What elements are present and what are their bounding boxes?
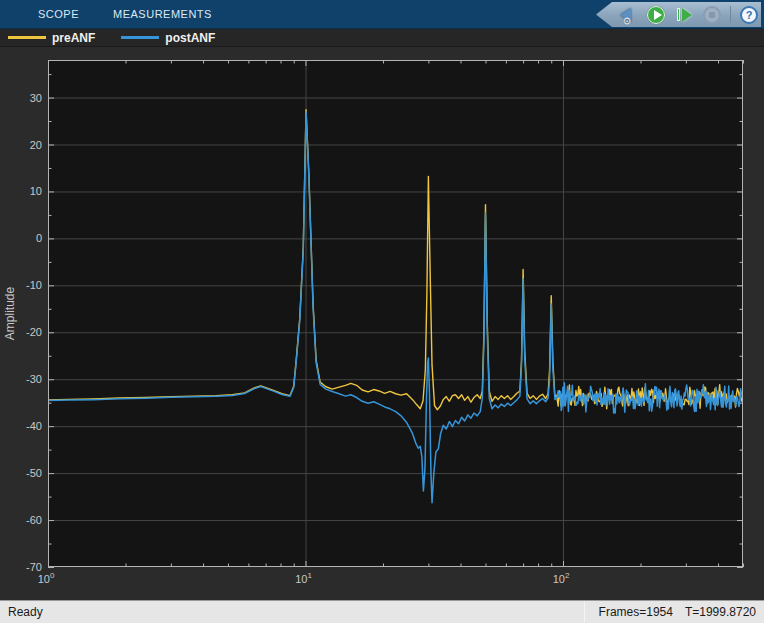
status-message: Ready	[0, 605, 584, 619]
legend-item-preANF[interactable]: preANF	[8, 31, 95, 45]
status-separator	[584, 601, 585, 623]
step-back-icon: ⚙	[619, 7, 637, 23]
frames-count: Frames=1954	[599, 605, 673, 619]
plot-region: 3020100-10-20-30-40-50-60-70100101102Amp…	[0, 47, 764, 600]
svg-text:-20: -20	[26, 326, 42, 338]
legend-item-postANF[interactable]: postANF	[121, 31, 215, 45]
svg-text:-10: -10	[26, 279, 42, 291]
stop-button[interactable]	[702, 5, 722, 25]
simulation-toolbar: ⚙ ?	[596, 2, 761, 27]
svg-text:102: 102	[553, 571, 570, 585]
y-axis-label: Amplitude	[3, 287, 17, 341]
help-icon: ?	[740, 6, 758, 24]
gear-icon: ⚙	[622, 16, 632, 27]
svg-text:100: 100	[38, 571, 55, 585]
svg-text:10: 10	[30, 185, 42, 197]
plot-canvas: 3020100-10-20-30-40-50-60-70100101102Amp…	[0, 47, 764, 600]
legend-bar: preANFpostANF	[0, 29, 764, 47]
svg-text:-50: -50	[26, 467, 42, 479]
tab-scope[interactable]: SCOPE	[34, 8, 83, 20]
step-forward-icon	[677, 8, 692, 22]
simulation-time: T=1999.8720	[685, 605, 756, 619]
tab-measurements[interactable]: MEASUREMENTS	[109, 8, 216, 20]
legend-label: preANF	[52, 31, 95, 45]
svg-text:0: 0	[36, 232, 42, 244]
axes-background	[48, 60, 743, 567]
status-metrics: Frames=1954 T=1999.8720	[584, 601, 764, 623]
legend-line-sample	[121, 36, 159, 39]
help-button[interactable]: ?	[739, 5, 759, 25]
legend-line-sample	[8, 36, 46, 39]
svg-text:-70: -70	[26, 561, 42, 573]
status-bar: Ready Frames=1954 T=1999.8720	[0, 600, 764, 623]
legend-label: postANF	[165, 31, 215, 45]
svg-text:-40: -40	[26, 420, 42, 432]
toolbar-separator	[730, 6, 731, 23]
svg-text:20: 20	[30, 139, 42, 151]
step-forward-button[interactable]	[674, 5, 694, 25]
svg-text:-30: -30	[26, 373, 42, 385]
svg-text:101: 101	[295, 571, 312, 585]
svg-text:-60: -60	[26, 514, 42, 526]
run-button[interactable]	[646, 5, 666, 25]
svg-text:30: 30	[30, 92, 42, 104]
stop-icon	[703, 6, 721, 24]
step-back-settings-button[interactable]: ⚙	[618, 5, 638, 25]
scope-tab-bar: SCOPEMEASUREMENTS ⚙ ?	[0, 0, 764, 29]
run-icon	[647, 6, 665, 24]
tab-group: SCOPEMEASUREMENTS	[0, 8, 216, 20]
